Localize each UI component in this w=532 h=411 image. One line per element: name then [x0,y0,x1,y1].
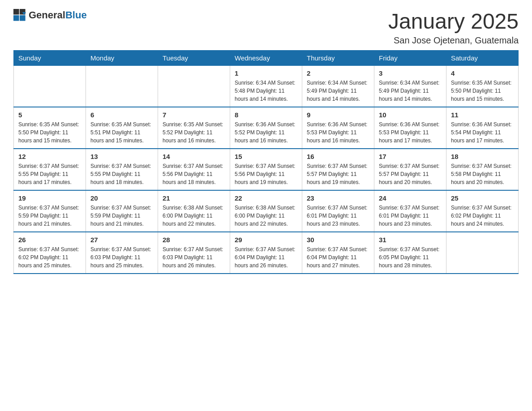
week-row-5: 26Sunrise: 6:37 AM Sunset: 6:02 PM Dayli… [14,232,519,274]
calendar-cell: 20Sunrise: 6:37 AM Sunset: 5:59 PM Dayli… [86,190,158,232]
day-info: Sunrise: 6:37 AM Sunset: 6:04 PM Dayligh… [235,245,297,270]
day-info: Sunrise: 6:37 AM Sunset: 5:55 PM Dayligh… [18,162,81,186]
logo-general: General [29,9,65,21]
weekday-header-sunday: Sunday [14,51,86,66]
day-info: Sunrise: 6:37 AM Sunset: 6:03 PM Dayligh… [163,245,225,270]
day-info: Sunrise: 6:37 AM Sunset: 5:58 PM Dayligh… [451,162,514,186]
week-row-1: 1Sunrise: 6:34 AM Sunset: 5:48 PM Daylig… [14,66,519,107]
calendar-cell: 3Sunrise: 6:34 AM Sunset: 5:49 PM Daylig… [374,66,446,107]
day-info: Sunrise: 6:34 AM Sunset: 5:48 PM Dayligh… [235,79,297,103]
day-number: 18 [451,153,514,160]
calendar-cell: 16Sunrise: 6:37 AM Sunset: 5:57 PM Dayli… [302,149,374,190]
day-number: 22 [235,194,297,202]
day-info: Sunrise: 6:34 AM Sunset: 5:49 PM Dayligh… [379,79,442,103]
day-number: 5 [18,111,81,119]
calendar-cell: 14Sunrise: 6:37 AM Sunset: 5:56 PM Dayli… [158,149,230,190]
day-number: 24 [379,194,442,202]
day-info: Sunrise: 6:37 AM Sunset: 5:56 PM Dayligh… [235,162,297,186]
day-info: Sunrise: 6:37 AM Sunset: 5:59 PM Dayligh… [18,204,81,228]
day-number: 11 [451,111,514,119]
calendar-cell [158,66,230,107]
calendar-cell: 12Sunrise: 6:37 AM Sunset: 5:55 PM Dayli… [14,149,86,190]
calendar-cell: 29Sunrise: 6:37 AM Sunset: 6:04 PM Dayli… [230,232,302,274]
day-info: Sunrise: 6:37 AM Sunset: 6:01 PM Dayligh… [379,204,442,228]
location-title: San Jose Ojetenan, Guatemala [388,35,519,46]
day-number: 27 [90,236,153,244]
day-number: 31 [379,236,442,244]
day-number: 7 [163,111,225,119]
calendar-cell [86,66,158,107]
month-title: January 2025 [388,9,519,34]
day-info: Sunrise: 6:35 AM Sunset: 5:51 PM Dayligh… [90,120,153,145]
day-info: Sunrise: 6:38 AM Sunset: 6:00 PM Dayligh… [235,204,297,228]
day-info: Sunrise: 6:37 AM Sunset: 5:55 PM Dayligh… [90,162,153,186]
calendar-cell: 8Sunrise: 6:36 AM Sunset: 5:52 PM Daylig… [230,107,302,149]
weekday-header-wednesday: Wednesday [230,51,302,66]
day-info: Sunrise: 6:37 AM Sunset: 5:57 PM Dayligh… [379,162,442,186]
day-number: 9 [307,111,369,119]
day-info: Sunrise: 6:35 AM Sunset: 5:50 PM Dayligh… [18,120,81,145]
day-number: 20 [90,194,153,202]
day-info: Sunrise: 6:37 AM Sunset: 5:57 PM Dayligh… [307,162,369,186]
day-info: Sunrise: 6:37 AM Sunset: 6:05 PM Dayligh… [379,245,442,270]
svg-rect-2 [13,15,19,21]
calendar-cell: 18Sunrise: 6:37 AM Sunset: 5:58 PM Dayli… [446,149,519,190]
calendar-cell: 19Sunrise: 6:37 AM Sunset: 5:59 PM Dayli… [14,190,86,232]
calendar-cell: 1Sunrise: 6:34 AM Sunset: 5:48 PM Daylig… [230,66,302,107]
day-number: 4 [451,69,514,77]
weekday-header-thursday: Thursday [302,51,374,66]
calendar-cell: 11Sunrise: 6:36 AM Sunset: 5:54 PM Dayli… [446,107,519,149]
calendar-cell: 23Sunrise: 6:37 AM Sunset: 6:01 PM Dayli… [302,190,374,232]
logo-text: GeneralBlue [29,9,87,21]
logo-blue: Blue [65,9,87,21]
calendar-cell: 24Sunrise: 6:37 AM Sunset: 6:01 PM Dayli… [374,190,446,232]
weekday-header-friday: Friday [374,51,446,66]
day-number: 1 [235,69,297,77]
day-number: 30 [307,236,369,244]
title-section: January 2025 San Jose Ojetenan, Guatemal… [388,9,519,46]
calendar-cell [446,232,519,274]
day-number: 29 [235,236,297,244]
calendar-cell: 30Sunrise: 6:37 AM Sunset: 6:04 PM Dayli… [302,232,374,274]
calendar-cell: 5Sunrise: 6:35 AM Sunset: 5:50 PM Daylig… [14,107,86,149]
day-number: 13 [90,153,153,160]
day-number: 17 [379,153,442,160]
day-number: 16 [307,153,369,160]
day-info: Sunrise: 6:37 AM Sunset: 6:04 PM Dayligh… [307,245,369,270]
day-info: Sunrise: 6:35 AM Sunset: 5:50 PM Dayligh… [451,79,514,103]
day-info: Sunrise: 6:36 AM Sunset: 5:53 PM Dayligh… [307,120,369,145]
day-number: 15 [235,153,297,160]
calendar-cell: 28Sunrise: 6:37 AM Sunset: 6:03 PM Dayli… [158,232,230,274]
logo-icon [13,9,26,21]
day-info: Sunrise: 6:35 AM Sunset: 5:52 PM Dayligh… [163,120,225,145]
calendar-cell: 22Sunrise: 6:38 AM Sunset: 6:00 PM Dayli… [230,190,302,232]
weekday-header-monday: Monday [86,51,158,66]
day-number: 28 [163,236,225,244]
logo: GeneralBlue [13,9,87,21]
day-info: Sunrise: 6:37 AM Sunset: 5:59 PM Dayligh… [90,204,153,228]
day-info: Sunrise: 6:34 AM Sunset: 5:49 PM Dayligh… [307,79,369,103]
svg-rect-0 [13,9,19,15]
day-number: 10 [379,111,442,119]
calendar-cell: 27Sunrise: 6:37 AM Sunset: 6:03 PM Dayli… [86,232,158,274]
day-number: 12 [18,153,81,160]
day-info: Sunrise: 6:37 AM Sunset: 6:03 PM Dayligh… [90,245,153,270]
day-info: Sunrise: 6:37 AM Sunset: 6:02 PM Dayligh… [18,245,81,270]
day-info: Sunrise: 6:36 AM Sunset: 5:54 PM Dayligh… [451,120,514,145]
week-row-2: 5Sunrise: 6:35 AM Sunset: 5:50 PM Daylig… [14,107,519,149]
day-number: 21 [163,194,225,202]
day-number: 8 [235,111,297,119]
calendar-cell: 13Sunrise: 6:37 AM Sunset: 5:55 PM Dayli… [86,149,158,190]
day-info: Sunrise: 6:36 AM Sunset: 5:52 PM Dayligh… [235,120,297,145]
calendar-cell: 7Sunrise: 6:35 AM Sunset: 5:52 PM Daylig… [158,107,230,149]
calendar-cell: 17Sunrise: 6:37 AM Sunset: 5:57 PM Dayli… [374,149,446,190]
day-number: 19 [18,194,81,202]
calendar-cell: 2Sunrise: 6:34 AM Sunset: 5:49 PM Daylig… [302,66,374,107]
day-number: 14 [163,153,225,160]
weekday-header-saturday: Saturday [446,51,519,66]
calendar-table: SundayMondayTuesdayWednesdayThursdayFrid… [13,50,519,274]
calendar-cell: 6Sunrise: 6:35 AM Sunset: 5:51 PM Daylig… [86,107,158,149]
day-number: 25 [451,194,514,202]
weekday-header-tuesday: Tuesday [158,51,230,66]
day-info: Sunrise: 6:37 AM Sunset: 6:01 PM Dayligh… [307,204,369,228]
